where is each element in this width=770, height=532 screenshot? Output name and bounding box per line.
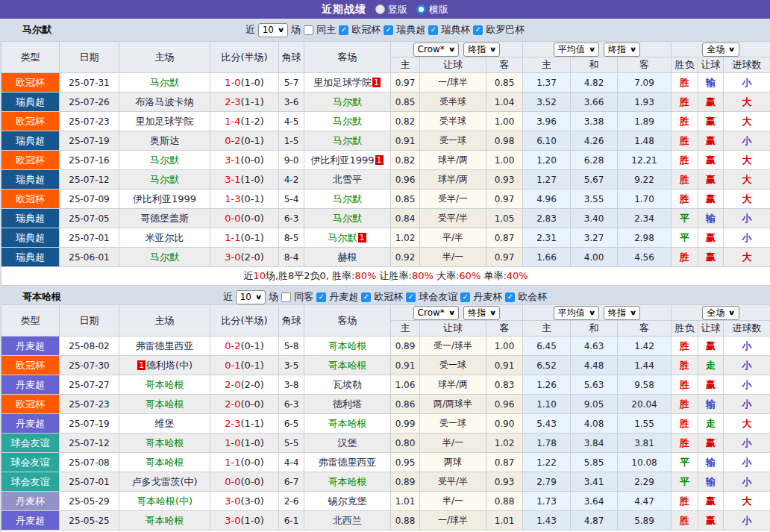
- scope-select[interactable]: 全场∨: [702, 306, 739, 320]
- league-2-filter[interactable]: ✓球会友谊: [406, 290, 457, 304]
- league-4-filter[interactable]: ✓欧会杯: [505, 290, 547, 304]
- away-team[interactable]: 弗雷德里西亚: [319, 457, 377, 468]
- result-handicap: 赢: [698, 151, 724, 170]
- league-0-checkbox[interactable]: ✓: [316, 292, 326, 302]
- league-3-filter[interactable]: ✓欧罗巴杯: [473, 23, 525, 37]
- score-cell: 1-1(0-0): [210, 453, 279, 472]
- away-team[interactable]: 马尔默: [333, 96, 362, 107]
- away-team[interactable]: 马尔默: [333, 135, 362, 146]
- column-header: 比分(半场): [210, 42, 279, 73]
- same-venue-filter[interactable]: 同主: [304, 23, 336, 37]
- bookmaker-select[interactable]: Crow*∨: [413, 43, 460, 57]
- red-card-badge: 1: [375, 155, 384, 165]
- league-0-filter[interactable]: ✓欧冠杯: [339, 23, 381, 37]
- home-team[interactable]: 伊比利亚1999: [133, 193, 196, 204]
- home-team[interactable]: 弗雷德里西亚: [136, 340, 194, 351]
- home-team[interactable]: 马尔默: [150, 251, 179, 263]
- avg-away: 2.34: [618, 209, 672, 228]
- check-icon: ✓: [507, 293, 513, 301]
- home-team[interactable]: 里加足球学院: [136, 116, 194, 127]
- home-team[interactable]: 卢多戈雷茨(中): [131, 476, 197, 487]
- league-2-checkbox[interactable]: ✓: [406, 292, 416, 302]
- league-1-checkbox[interactable]: ✓: [384, 25, 393, 35]
- league-2-checkbox[interactable]: ✓: [428, 25, 438, 35]
- home-team[interactable]: 哥德堡盖斯: [140, 213, 189, 224]
- home-team[interactable]: 哥本哈根(中): [137, 495, 192, 507]
- away-team[interactable]: 哥本哈根: [328, 360, 367, 371]
- full-time-score: 1-4: [225, 116, 240, 127]
- average-time-select[interactable]: 终指∨: [604, 43, 640, 57]
- away-team[interactable]: 哥本哈根: [328, 418, 367, 429]
- away-team[interactable]: 北西兰: [333, 515, 362, 526]
- odds-handicap: 受一/球半: [420, 337, 486, 356]
- average-select[interactable]: 平均值∨: [554, 43, 599, 57]
- recent-count-select[interactable]: 10∨: [258, 23, 289, 37]
- away-team[interactable]: 哥本哈根: [328, 476, 367, 487]
- away-team[interactable]: 马尔默: [333, 116, 362, 127]
- away-team[interactable]: 马尔默: [333, 213, 362, 224]
- league-0-checkbox[interactable]: ✓: [339, 25, 348, 35]
- home-team[interactable]: 布洛马波卡纳: [136, 96, 194, 107]
- league-1-checkbox[interactable]: ✓: [361, 292, 371, 302]
- same-venue-checkbox[interactable]: [304, 25, 313, 35]
- league-badge: 丹麦超: [1, 511, 60, 531]
- away-team[interactable]: 北雪平: [333, 174, 362, 185]
- scope-select[interactable]: 全场∨: [702, 43, 739, 57]
- league-2-filter[interactable]: ✓瑞典杯: [428, 23, 470, 37]
- league-3-checkbox[interactable]: ✓: [473, 25, 483, 35]
- result-handicap: 赢: [698, 131, 724, 151]
- radio-horizontal-icon[interactable]: [416, 4, 426, 14]
- home-team[interactable]: 马尔默: [150, 77, 179, 88]
- away-team[interactable]: 锡尔克堡: [328, 495, 367, 507]
- bookmaker-time-select[interactable]: 终指∨: [463, 306, 500, 320]
- layout-option-horizontal[interactable]: 横版: [416, 3, 448, 16]
- corner-count: 4-4: [279, 453, 304, 472]
- league-0-filter[interactable]: ✓丹麦超: [316, 290, 358, 304]
- league-1-filter[interactable]: ✓瑞典超: [384, 23, 425, 37]
- home-team[interactable]: 哥本哈根: [145, 457, 184, 468]
- result-header-group: 全场∨: [672, 305, 770, 321]
- same-venue-checkbox[interactable]: [281, 292, 291, 302]
- league-3-checkbox[interactable]: ✓: [460, 292, 470, 302]
- away-team[interactable]: 汉堡: [338, 437, 357, 448]
- radio-vertical-icon[interactable]: [375, 4, 385, 14]
- half-time-score: (1-0): [240, 174, 263, 185]
- league-4-checkbox[interactable]: ✓: [505, 292, 515, 302]
- home-team[interactable]: 马尔默: [150, 174, 179, 185]
- result-handicap: 赢: [698, 170, 724, 190]
- away-team[interactable]: 伊比利亚19991: [310, 154, 384, 166]
- away-team[interactable]: 马尔默1: [328, 232, 367, 243]
- league-badge: 欧冠杯: [1, 112, 60, 131]
- home-team[interactable]: 哥本哈根: [145, 437, 184, 448]
- home-team[interactable]: 1德利塔(中): [137, 360, 192, 371]
- half-time-score: (0-1): [240, 232, 263, 243]
- away-team[interactable]: 哥本哈根: [328, 340, 367, 351]
- away-team[interactable]: 德利塔: [333, 398, 362, 410]
- league-3-label: 欧罗巴杯: [486, 23, 525, 37]
- home-team[interactable]: 哥本哈根: [145, 398, 184, 410]
- home-team[interactable]: 哥本哈根: [145, 379, 184, 390]
- away-team[interactable]: 马尔默: [333, 193, 362, 204]
- home-team[interactable]: 维堡: [155, 418, 175, 429]
- league-1-filter[interactable]: ✓欧冠杯: [361, 290, 403, 304]
- avg-away: 9.22: [618, 170, 672, 190]
- home-team[interactable]: 奥斯达: [150, 135, 179, 146]
- sub-column-header: 让球: [698, 57, 724, 73]
- recent-count-select[interactable]: 10∨: [236, 290, 266, 304]
- home-team[interactable]: 米亚尔比: [145, 232, 184, 243]
- average-time-select[interactable]: 终指∨: [604, 306, 640, 320]
- same-venue-filter[interactable]: 同客: [281, 290, 313, 304]
- bookmaker-select[interactable]: Crow*∨: [413, 306, 460, 320]
- away-team[interactable]: 赫根: [338, 251, 357, 263]
- home-team[interactable]: 马尔默: [150, 154, 179, 166]
- home-team[interactable]: 哥本哈根: [145, 515, 184, 526]
- league-3-filter[interactable]: ✓丹麦杯: [460, 290, 502, 304]
- sub-column-header: 让球: [698, 321, 724, 337]
- away-team[interactable]: 瓦埃勒: [333, 379, 362, 390]
- away-team[interactable]: 里加足球学院1: [313, 77, 381, 88]
- away-team-cell: 马尔默: [304, 131, 391, 151]
- average-select[interactable]: 平均值∨: [554, 306, 599, 320]
- layout-option-vertical[interactable]: 竖版: [375, 3, 407, 16]
- match-date: 25-07-01: [60, 228, 119, 248]
- bookmaker-time-select[interactable]: 终指∨: [463, 43, 500, 57]
